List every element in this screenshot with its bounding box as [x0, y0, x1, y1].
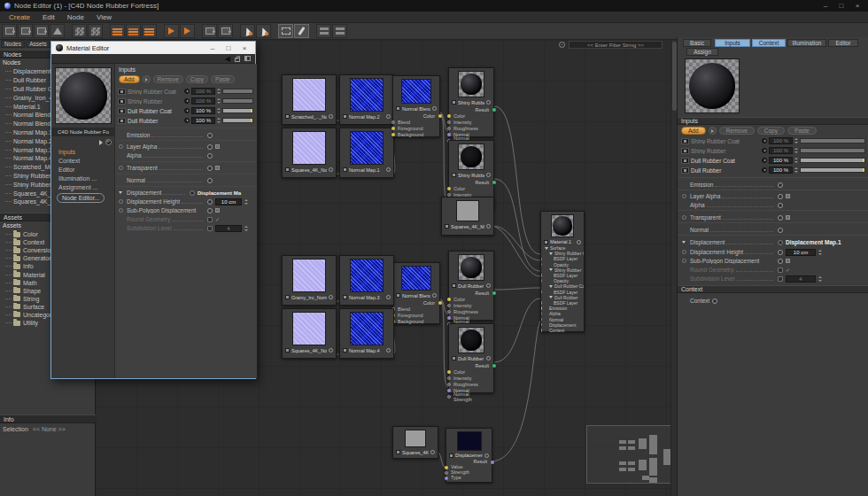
minimize-icon[interactable]: –	[206, 44, 219, 52]
input-port[interactable]	[541, 306, 542, 310]
displacement-port[interactable]	[778, 240, 783, 245]
port-socket-icon[interactable]	[184, 118, 190, 123]
node-material-1[interactable]: Material.1 Surface Shiny Rubber Coat BSD…	[540, 211, 585, 332]
node-dull-rubber[interactable]: Dull Rubber Result Color Intensity Rough…	[448, 323, 494, 393]
node-checkbox-icon[interactable]	[452, 100, 456, 105]
layer-thumb-icon[interactable]	[681, 167, 689, 174]
port-socket-icon[interactable]	[184, 89, 190, 94]
expander-icon[interactable]	[549, 252, 553, 255]
input-port[interactable]	[391, 127, 395, 130]
expander-icon[interactable]	[549, 296, 553, 298]
tab-illumination[interactable]: Illumination	[787, 39, 826, 47]
input-port[interactable]	[447, 395, 451, 399]
copy-button[interactable]: Copy	[186, 75, 208, 83]
filter-input[interactable]	[569, 41, 663, 49]
material-name[interactable]: C4D Node Rubber Fo	[51, 128, 115, 136]
node-shiny-rubber-coat[interactable]: Shiny Rubber Coat Result Color Intensity…	[448, 67, 494, 137]
al pha-checkbox[interactable]	[778, 203, 783, 208]
subpoly-checkbox[interactable]	[778, 259, 783, 264]
transparent-swatch[interactable]	[215, 166, 220, 170]
input-port[interactable]	[447, 304, 451, 307]
assets-tree-root[interactable]: Assets	[3, 222, 21, 229]
layer-alpha-swatch[interactable]	[786, 194, 790, 198]
round-geometry-checkbox[interactable]	[207, 217, 213, 222]
context-checkbox[interactable]	[712, 298, 717, 304]
reset-icon[interactable]	[119, 144, 123, 149]
percent-slider[interactable]	[800, 138, 865, 143]
node-grainy-normal[interactable]: Grainy_Iro_Normal.jpg	[282, 255, 337, 306]
nodes-tree-root[interactable]: Nodes	[3, 59, 20, 66]
output-port[interactable]	[492, 291, 496, 295]
input-port[interactable]	[541, 301, 542, 305]
input-port[interactable]	[445, 477, 448, 480]
displacement-height-value[interactable]: 10 cm	[215, 198, 242, 205]
toolbar-button-node-tool-2[interactable]	[18, 24, 33, 38]
expander-icon[interactable]	[545, 247, 548, 250]
percent-slider[interactable]	[800, 148, 865, 153]
node-checkbox-icon[interactable]	[343, 348, 347, 353]
node-menu-icon[interactable]	[432, 293, 437, 298]
input-port[interactable]	[541, 291, 542, 294]
input-port[interactable]	[447, 127, 451, 130]
minimize-icon[interactable]: –	[819, 2, 832, 10]
subpoly-swatch[interactable]	[786, 259, 790, 263]
alpha-checkbox[interactable]	[207, 153, 213, 159]
input-port[interactable]	[541, 318, 542, 322]
material-editor-window[interactable]: Material Editor – □ × ◀ C4D Node Rubber …	[50, 41, 256, 379]
port-socket-icon[interactable]	[762, 138, 767, 143]
input-port[interactable]	[541, 312, 542, 315]
emission-checkbox[interactable]	[778, 182, 783, 188]
input-port[interactable]	[447, 187, 451, 190]
output-port[interactable]	[329, 114, 333, 119]
input-port[interactable]	[447, 383, 451, 386]
paste-button[interactable]: Paste	[787, 127, 817, 135]
copy-button[interactable]: Copy	[757, 127, 785, 135]
percent-value[interactable]: 100 %	[769, 147, 793, 154]
input-port[interactable]	[447, 298, 451, 301]
toolbar-button-node-tool-3[interactable]	[34, 24, 49, 38]
expander-icon[interactable]	[549, 285, 553, 288]
tab-basic[interactable]: Basic	[683, 39, 711, 47]
node-menu-icon[interactable]	[486, 283, 491, 288]
port-socket-icon[interactable]	[184, 108, 190, 113]
node-checkbox-icon[interactable]	[285, 348, 290, 353]
displacement-height-checkbox[interactable]	[778, 250, 783, 255]
layer-thumb-icon[interactable]	[118, 108, 126, 114]
add-button[interactable]: Add	[119, 75, 140, 83]
output-port[interactable]	[492, 108, 496, 112]
percent-slider[interactable]	[222, 118, 253, 123]
transparent-checkbox[interactable]	[207, 166, 213, 171]
node-checkbox-icon[interactable]	[445, 224, 449, 229]
output-port[interactable]	[492, 181, 496, 184]
node-normal-map-4[interactable]: Normal Map.4	[339, 308, 394, 359]
layer-thumb-icon[interactable]	[118, 89, 126, 95]
toolbar-button-align-nodes-2[interactable]	[218, 24, 233, 38]
output-port[interactable]	[430, 450, 435, 454]
lock-icon[interactable]	[235, 58, 240, 62]
input-port[interactable]	[541, 274, 542, 277]
back-icon[interactable]: ◀	[225, 55, 230, 63]
node-squares-height[interactable]: Squares_4K_Height.jpg	[392, 426, 438, 459]
menu-create[interactable]: Create	[9, 13, 30, 21]
selection-value[interactable]: << None >>	[33, 426, 66, 432]
displacement-port[interactable]	[190, 190, 195, 196]
node-normal-map-1[interactable]: Normal Map.1	[339, 128, 394, 178]
material-editor-titlebar[interactable]: Material Editor – □ ×	[51, 42, 255, 54]
input-port[interactable]	[447, 310, 451, 314]
remove-button[interactable]: Remove	[153, 75, 183, 83]
reset-icon[interactable]	[119, 166, 123, 170]
toolbar-button-cursor-connect[interactable]	[240, 24, 255, 38]
percent-slider[interactable]	[222, 89, 253, 94]
node-checkbox-icon[interactable]	[343, 167, 347, 172]
input-port[interactable]	[447, 389, 451, 392]
input-port[interactable]	[447, 376, 451, 380]
input-port[interactable]	[541, 279, 542, 283]
paste-button[interactable]: Paste	[211, 75, 235, 83]
input-port[interactable]	[445, 471, 448, 475]
node-normal-map-2[interactable]: Normal Map.2	[339, 74, 394, 125]
node-checkbox-icon[interactable]	[449, 453, 453, 458]
transparent-swatch[interactable]	[786, 215, 790, 220]
reset-icon[interactable]	[119, 208, 123, 213]
subdivision-checkbox[interactable]	[778, 276, 783, 282]
input-port[interactable]	[541, 263, 542, 267]
